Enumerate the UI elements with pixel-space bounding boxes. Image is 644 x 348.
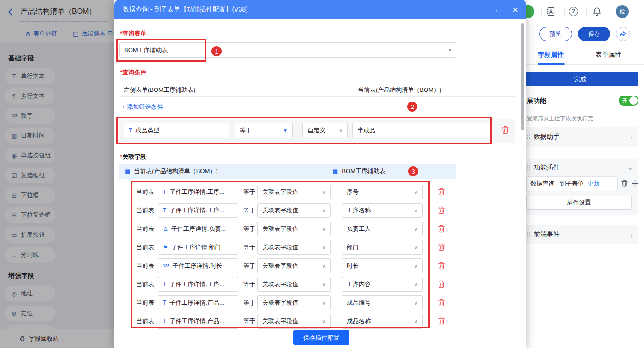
mapping-mode-select[interactable]: 关联表字段值∨ [257,258,331,273]
mapping-field-select[interactable]: 123子件工序详情.时长 [158,258,238,273]
execution-order-hint: 置顺序从上往下依次执行完 [527,115,593,123]
mapping-mode-select[interactable]: 关联表字段值∨ [257,295,331,310]
plugin-item[interactable]: 数据查询 - 到子表单 更新 [526,176,618,191]
share-button[interactable] [616,27,630,41]
mapping-field-select[interactable]: T子件工序详情.工序... [158,203,238,218]
delete-row-button[interactable] [438,317,445,325]
close-icon[interactable]: × [512,5,518,15]
mapping-mode-select[interactable]: 关联表字段值∨ [257,185,331,199]
trash-icon [501,126,509,134]
mapping-row: 当前表 123子件工序详情.时长 等于 关联表字段值∨ 时长∨ [114,257,526,275]
extend-function-label: 展功能 [527,97,546,105]
help-icon[interactable]: ? [569,7,578,16]
modal-header[interactable]: 数据查询 - 到子表单【功能插件配置】(V38) ↔ × [114,0,526,19]
mapping-target-select[interactable]: 时长∨ [342,258,423,273]
mapping-mode-select[interactable]: 关联表字段值∨ [257,277,331,292]
mapping-field-select[interactable]: ⚑子件工序详情.部门 [158,240,238,255]
mapping-field-select[interactable]: T子件工序详情.工序... [158,185,238,199]
condition-left-header: 左侧表单(BOM工序辅助表) [124,86,195,94]
delete-filter-button[interactable] [501,126,509,134]
condition-right-header: 当前表(产品结构清单（BOM）) [358,86,441,94]
toggle-knob [629,96,638,105]
mapping-source-label: 当前表 [136,275,154,294]
filter-value-type-select[interactable]: 自定义 ∨ [302,123,348,138]
preview-button[interactable]: 预览 [539,27,572,41]
mapping-field-select[interactable]: T子件工序详情.工序... [158,277,238,292]
mapping-source-label: 当前表 [136,220,154,238]
filter-field-select[interactable]: T 成品类型 [124,123,229,138]
contacts-icon[interactable] [546,6,556,17]
mapping-field-select[interactable]: ♙子件工序详情.负责... [158,222,238,236]
mapping-target-select[interactable]: 成品名称∨ [342,314,423,329]
filter-value-input[interactable]: 半成品 [352,123,491,138]
tab-form-properties[interactable]: 表单属性 [596,51,621,59]
delete-row-button[interactable] [438,243,445,251]
chevron-down-icon: ∨ [414,282,418,288]
text-icon: T [163,189,166,195]
add-filter-link[interactable]: + 添加筛选条件 [122,103,163,111]
chevron-down-icon: ∨ [322,300,325,306]
trash-icon [621,180,628,187]
chevron-down-icon: ⌄ [627,163,633,172]
mapping-target-select[interactable]: 负责工人∨ [342,222,423,236]
delete-row-button[interactable] [438,299,445,306]
mapping-target-select[interactable]: 序号∨ [342,185,423,199]
chevron-down-icon: ∨ [322,226,325,232]
equals-label: 等于 [243,294,255,312]
mapping-target-select[interactable]: 工序内容∨ [342,277,423,292]
mapping-source-label: 当前表 [136,257,154,275]
mapping-mode-select[interactable]: 关联表字段值∨ [257,240,331,255]
chevron-down-icon: ∨ [339,127,343,133]
annotation-badge-1: 1 [211,46,222,56]
card-title: 数据助手 [534,133,560,141]
plugin-update-link[interactable]: 更新 [588,180,600,188]
card-data-helper[interactable]: 数据助手 › [522,127,638,147]
plugin-move-button[interactable] [632,180,638,189]
card-title: 前端事件 [534,230,560,239]
mapping-target-select[interactable]: 成品编号∨ [342,295,423,310]
user-avatar[interactable]: 检 [616,5,629,18]
card-frontend-events[interactable]: 前端事件 › [522,225,638,244]
mapping-mode-select[interactable]: 关联表字段值∨ [257,222,331,236]
card-function-plugins-header[interactable]: 功能插件 ⌄ [522,159,638,176]
filter-operator-select[interactable]: 等于 ▼ [235,123,293,138]
plugin-settings-button[interactable]: 插件设置 [526,196,632,210]
delete-row-button[interactable] [438,188,445,196]
mapping-target-select[interactable]: 部门∨ [342,240,423,255]
extend-function-toggle[interactable]: 开 [619,96,638,106]
annotation-badge-3: 3 [408,166,418,176]
mapping-field-select[interactable]: T子件工序详情.产品... [158,314,238,329]
card-title: 功能插件 [534,163,560,172]
save-button[interactable]: 保存 [578,27,610,41]
divider [564,8,565,15]
delete-row-button[interactable] [438,280,445,288]
query-form-select[interactable]: BOM工序辅助表 ▾ [119,42,456,58]
mapping-source-label: 当前表 [136,238,154,257]
mapping-row: 当前表 ♙子件工序详情.负责... 等于 关联表字段值∨ 负责工人∨ [114,220,526,238]
delete-row-button[interactable] [438,206,445,214]
done-button[interactable]: 完成 [522,72,638,86]
plugin-delete-button[interactable] [621,180,628,189]
delete-row-button[interactable] [438,225,445,233]
chevron-down-icon: ∨ [414,300,418,306]
mapping-target-select[interactable]: 工序名称∨ [342,203,423,218]
expand-icon[interactable]: ↔ [494,5,502,14]
chevron-down-icon: ∨ [414,226,418,232]
mapping-mode-select[interactable]: 关联表字段值∨ [257,314,331,329]
chevron-down-icon: ∨ [414,263,418,269]
modal-scrollbar-thumb[interactable] [521,23,524,130]
delete-row-button[interactable] [438,262,445,270]
chevron-down-icon: ∨ [414,208,418,214]
equals-label: 等于 [243,238,255,257]
save-plugin-config-button[interactable]: 保存插件配置 [293,330,349,345]
text-icon: T [163,318,166,324]
toggle-on-text: 开 [622,97,627,104]
bell-icon[interactable] [592,6,602,17]
mapping-mode-select[interactable]: 关联表字段值∨ [257,203,331,218]
mapping-field-select[interactable]: T子件工序详情.产品... [158,295,238,310]
subform-drop-dashed-line-overlay [131,328,430,328]
modal-dim-overlay [0,0,114,348]
tab-field-properties[interactable]: 字段属性 [538,51,564,59]
header-action-row: 预览 保存 [516,23,644,44]
chevron-down-icon: ∨ [322,245,325,251]
